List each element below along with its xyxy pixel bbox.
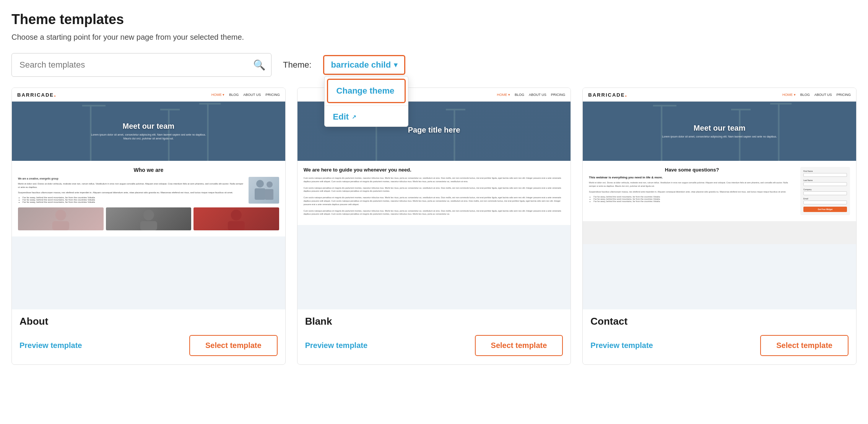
svg-rect-9: [265, 189, 273, 200]
theme-value: barricade child: [331, 60, 391, 70]
template-preview-contact: BARRICADE. HOME ▾ BLOG ABOUT US PRICING …: [583, 88, 856, 309]
page-subtitle: Choose a starting point for your new pag…: [11, 33, 857, 42]
edit-label: Edit: [333, 112, 349, 122]
form-submit-btn[interactable]: Get Free Widget: [803, 207, 847, 212]
content-about: Who we are We are a creative, energetic …: [12, 161, 285, 236]
form-field-firstname: First Name: [803, 170, 847, 177]
template-card-blank: BARRICADE. HOME ▾ BLOG ABOUT US PRICING …: [297, 87, 571, 365]
select-template-blank[interactable]: Select template: [475, 335, 563, 356]
team-photo-1: [18, 207, 104, 230]
template-card-contact: BARRICADE. HOME ▾ BLOG ABOUT US PRICING …: [582, 87, 857, 365]
chevron-down-icon: ▾: [394, 61, 397, 69]
nav-about-blank: ABOUT US: [529, 93, 546, 97]
contact-list: Far far away, behind the word mountains,…: [589, 196, 795, 202]
svg-rect-1: [82, 105, 106, 107]
contact-para-2: Suspendisse faucibus ullamcorper massa, …: [589, 190, 795, 194]
edit-item[interactable]: Edit ↗: [325, 107, 408, 126]
change-theme-item[interactable]: Change theme: [327, 79, 406, 103]
svg-rect-25: [770, 103, 792, 104]
template-name-contact: Contact: [583, 309, 856, 329]
svg-rect-11: [52, 221, 69, 230]
svg-point-14: [231, 210, 242, 220]
template-name-blank: Blank: [297, 309, 571, 329]
blank-para-1: Cum sociis natoque penatibus et magnis d…: [304, 176, 565, 183]
hero-title-about: Meet our team: [91, 122, 206, 131]
about-text: We are a creative, energetic group Morbi…: [18, 177, 245, 204]
hero-title-contact: Meet our team: [662, 124, 777, 133]
nav-blog: BLOG: [229, 93, 239, 97]
about-image-svg: [249, 177, 279, 204]
search-container: 🔍: [11, 53, 271, 77]
nav-links-blank: HOME ▾ BLOG ABOUT US PRICING: [497, 93, 565, 97]
preview-template-contact[interactable]: Preview template: [590, 341, 653, 350]
theme-label: Theme:: [283, 60, 312, 70]
form-field-lastname: Last Name: [803, 179, 847, 186]
template-actions-about: Preview template Select template: [12, 329, 285, 364]
svg-rect-15: [228, 221, 245, 230]
nav-links: HOME ▾ BLOG ABOUT US PRICING: [211, 93, 280, 97]
team-photo-3-svg: [193, 207, 279, 230]
select-template-contact[interactable]: Select template: [760, 335, 848, 356]
svg-rect-19: [446, 109, 465, 110]
contact-text: Have some questions? This webinar is eve…: [589, 167, 795, 215]
svg-rect-13: [140, 221, 157, 230]
blank-para-3: Cum sociis natoque penatibus et magnis d…: [304, 196, 565, 206]
form-input-company: [803, 191, 847, 195]
hero-subtitle-about: Lorem ipsum dolor sit amet, consectetur …: [91, 133, 206, 141]
brand-logo-contact: BARRICADE.: [588, 91, 627, 99]
form-label-firstname: First Name: [803, 170, 847, 172]
form-input-firstname: [803, 173, 847, 177]
team-photo-2: [106, 207, 192, 230]
preview-template-blank[interactable]: Preview template: [305, 341, 367, 350]
template-actions-contact: Preview template Select template: [583, 329, 856, 364]
svg-point-12: [143, 210, 154, 220]
change-theme-label: Change theme: [336, 86, 395, 96]
form-input-lastname: [803, 182, 847, 186]
svg-rect-4: [207, 103, 208, 161]
browser-chrome: BARRICADE. HOME ▾ BLOG ABOUT US PRICING: [12, 88, 285, 102]
form-label-company: Company: [803, 188, 847, 191]
form-field-company: Company: [803, 188, 847, 195]
nav-about-contact: ABOUT US: [814, 93, 832, 97]
team-photo-3: [193, 207, 279, 230]
page-title: Theme templates: [11, 11, 857, 28]
browser-chrome-contact: BARRICADE. HOME ▾ BLOG ABOUT US PRICING: [583, 88, 856, 102]
blank-para-2: Cum sociis natoque penatibus et magnis d…: [304, 186, 565, 193]
nav-blog-blank: BLOG: [515, 93, 524, 97]
contact-sub: This webinar is everything you need in l…: [589, 176, 795, 179]
about-image: [249, 177, 279, 204]
nav-home-contact: HOME ▾: [782, 93, 796, 97]
preview-template-about[interactable]: Preview template: [20, 341, 82, 350]
svg-rect-24: [778, 103, 780, 161]
template-actions-blank: Preview template Select template: [297, 329, 571, 364]
theme-dropdown[interactable]: barricade child ▾ Change theme Edit ↗: [323, 55, 406, 75]
templates-grid: BARRICADE. HOME ▾ BLOG ABOUT US PRICING …: [11, 87, 857, 365]
body-para-1: Morbi et dolor sed. Donec at dolor vehic…: [18, 182, 245, 189]
nav-blog-contact: BLOG: [800, 93, 810, 97]
template-name-about: About: [12, 309, 285, 329]
hero-contact: Meet our team Lorem ipsum dolor sit amet…: [583, 102, 856, 161]
form-input-email: [803, 201, 847, 204]
svg-point-8: [267, 181, 273, 188]
body-para-2: Suspendisse faucibus ullamcorper massa, …: [18, 191, 245, 194]
contact-form: First Name Last Name Company Email: [800, 167, 850, 215]
nav-pricing: PRICING: [265, 93, 280, 97]
hero-title-blank: Page title here: [408, 126, 460, 134]
template-preview-about: BARRICADE. HOME ▾ BLOG ABOUT US PRICING …: [12, 88, 285, 309]
search-input[interactable]: [11, 53, 271, 77]
content-blank: We are here to guide you whenever you ne…: [297, 161, 571, 225]
team-photos: [18, 207, 279, 230]
form-label-lastname: Last Name: [803, 179, 847, 181]
svg-rect-3: [160, 109, 180, 110]
blank-para-4: Cum sociis natoque penatibus et magnis d…: [304, 209, 565, 216]
nav-pricing-contact: PRICING: [836, 93, 851, 97]
select-template-about[interactable]: Select template: [189, 335, 278, 356]
svg-rect-7: [255, 188, 265, 200]
form-field-email: Email: [803, 197, 847, 204]
svg-rect-21: [653, 105, 676, 107]
brand-logo: BARRICADE.: [17, 91, 57, 99]
team-photo-2-svg: [106, 207, 192, 230]
svg-rect-5: [199, 103, 221, 104]
body-heading: We are a creative, energetic group: [18, 177, 245, 181]
dropdown-divider: [325, 105, 408, 106]
